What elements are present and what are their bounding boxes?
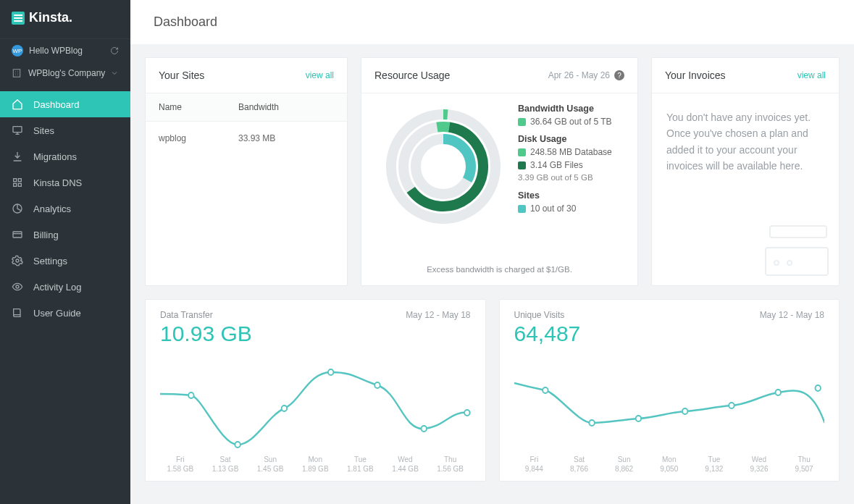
page-title: Dashboard: [154, 14, 217, 29]
refresh-icon: [110, 46, 119, 55]
svg-rect-4: [14, 183, 17, 186]
usage-donut-chart: [374, 101, 512, 228]
user-greeting-row[interactable]: WP Hello WPBlog: [0, 39, 130, 62]
nav-dashboard[interactable]: Dashboard: [0, 91, 130, 117]
disk-usage-label: Disk Usage: [518, 134, 624, 144]
resource-usage-card: Resource Usage Apr 26 - May 26 ?: [361, 57, 638, 286]
nav-kinsta-dns[interactable]: Kinsta DNS: [0, 169, 130, 196]
your-sites-card: Your Sites view all Name Bandwidth wpblo…: [145, 57, 348, 286]
bandwidth-usage-value: 36.64 GB out of 5 TB: [530, 117, 612, 127]
bandwidth-usage-label: Bandwidth Usage: [518, 104, 624, 114]
nav-label: User Guide: [33, 308, 81, 319]
svg-rect-0: [13, 70, 20, 77]
invoices-view-all-link[interactable]: view all: [798, 70, 826, 80]
svg-rect-5: [18, 183, 21, 186]
nav-activity-log[interactable]: Activity Log: [0, 274, 130, 300]
unique-visits-total: 64,487: [514, 322, 581, 346]
excess-bandwidth-note: Excess bandwidth is charged at $1/GB.: [361, 258, 637, 285]
grid-icon: [12, 177, 23, 188]
nav-label: Billing: [33, 230, 59, 240]
unique-visits-range: May 12 - May 18: [760, 310, 824, 320]
swatch-bandwidth-icon: [518, 118, 526, 126]
your-sites-view-all-link[interactable]: view all: [306, 70, 334, 80]
unique-visits-xlabels: Fri9,844 Sat8,766 Sun8,862 Mon9,050 Tue9…: [514, 455, 825, 474]
site-row[interactable]: wpblog 33.93 MB: [146, 122, 347, 155]
svg-point-28: [729, 403, 734, 408]
disk-files-value: 3.14 GB Files: [530, 160, 583, 170]
svg-point-18: [235, 442, 240, 448]
gear-icon: [12, 255, 23, 266]
sites-value: 10 out of 30: [530, 203, 576, 214]
home-icon: [12, 98, 23, 110]
svg-point-23: [464, 410, 469, 416]
resource-usage-title: Resource Usage: [374, 70, 450, 81]
svg-point-26: [635, 416, 640, 421]
brand-mark-icon: [12, 12, 25, 25]
swatch-sites-icon: [518, 205, 526, 213]
data-transfer-chart: [160, 350, 471, 452]
unique-visits-card: Unique Visits 64,487 May 12 - May 18 Fri…: [499, 299, 840, 482]
nav-label: Sites: [33, 125, 54, 136]
sidebar: Kinsta. WP Hello WPBlog WPBlog's Company…: [0, 0, 130, 504]
svg-point-8: [16, 259, 19, 262]
help-icon[interactable]: ?: [614, 70, 624, 80]
svg-point-19: [282, 406, 287, 411]
col-name: Name: [159, 102, 238, 112]
resource-usage-range: Apr 26 - May 26: [548, 70, 610, 80]
col-bandwidth: Bandwidth: [238, 102, 279, 112]
credit-card-icon: [12, 229, 23, 240]
svg-rect-1: [13, 127, 22, 133]
main: Dashboard Your Sites view all Name Bandw…: [130, 0, 854, 504]
nav-label: Kinsta DNS: [33, 177, 82, 188]
unique-visits-chart: [514, 350, 825, 452]
svg-point-21: [374, 382, 380, 388]
company-name: WPBlog's Company: [28, 68, 105, 78]
svg-point-30: [815, 385, 820, 391]
svg-point-9: [16, 285, 19, 288]
nav-sites[interactable]: Sites: [0, 117, 130, 143]
user-greeting: Hello WPBlog: [29, 46, 83, 56]
nav-label: Dashboard: [33, 99, 80, 110]
svg-point-29: [775, 390, 780, 395]
download-icon: [12, 151, 23, 162]
monitor-icon: [12, 125, 23, 136]
your-invoices-card: Your Invoices view all You don't have an…: [651, 57, 840, 286]
invoice-placeholder-icon: [765, 225, 830, 276]
nav-migrations[interactable]: Migrations: [0, 143, 130, 169]
svg-point-24: [543, 387, 548, 393]
site-bandwidth: 33.93 MB: [238, 133, 275, 143]
nav-settings[interactable]: Settings: [0, 248, 130, 274]
nav-billing[interactable]: Billing: [0, 222, 130, 248]
chevron-down-icon: [110, 69, 119, 77]
svg-point-22: [421, 426, 426, 432]
nav-label: Activity Log: [33, 282, 81, 293]
pie-chart-icon: [12, 203, 23, 214]
brand-logo[interactable]: Kinsta.: [0, 0, 130, 38]
eye-icon: [12, 281, 23, 293]
avatar-icon: WP: [12, 45, 23, 56]
company-selector[interactable]: WPBlog's Company: [0, 62, 130, 84]
svg-point-27: [682, 408, 687, 414]
topbar: Dashboard: [130, 0, 854, 44]
book-icon: [12, 307, 23, 319]
site-name: wpblog: [159, 133, 238, 143]
brand-name: Kinsta.: [29, 10, 72, 25]
your-sites-header-row: Name Bandwidth: [146, 93, 347, 122]
building-icon: [12, 68, 22, 78]
svg-point-20: [328, 369, 333, 375]
data-transfer-total: 10.93 GB: [160, 322, 252, 346]
swatch-database-icon: [518, 148, 526, 156]
disk-database-value: 248.58 MB Database: [530, 147, 612, 157]
nav-user-guide[interactable]: User Guide: [0, 300, 130, 326]
nav-analytics[interactable]: Analytics: [0, 196, 130, 222]
svg-rect-3: [18, 179, 21, 182]
svg-point-25: [589, 420, 594, 426]
your-sites-title: Your Sites: [159, 70, 204, 81]
svg-rect-7: [13, 232, 22, 238]
data-transfer-title: Data Transfer: [160, 310, 252, 320]
svg-rect-2: [14, 179, 17, 182]
data-transfer-card: Data Transfer 10.93 GB May 12 - May 18 F…: [145, 299, 486, 482]
sites-label: Sites: [518, 190, 624, 201]
swatch-files-icon: [518, 161, 526, 169]
invoices-title: Your Invoices: [665, 70, 726, 81]
